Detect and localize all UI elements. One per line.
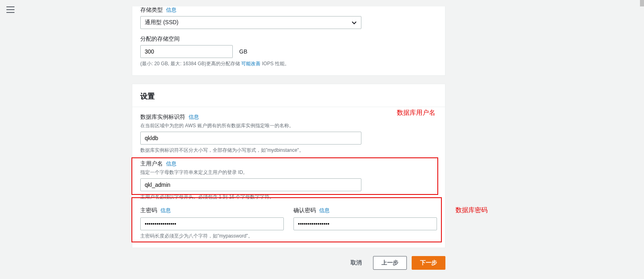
- master-password-info-link[interactable]: 信息: [160, 207, 171, 213]
- iops-improve-link[interactable]: 可能改善: [241, 61, 260, 66]
- master-username-help: 主用户名必须以字母开头。必须包含 1 到 16 个字母数字字符。: [140, 194, 437, 200]
- db-identifier-info-link[interactable]: 信息: [189, 114, 199, 120]
- storage-unit: GB: [239, 48, 247, 55]
- storage-panel: 存储类型 信息 通用型 (SSD) 分配的存储空间 GB: [132, 6, 445, 76]
- settings-panel: 设置 数据库实例标识符 信息 在当前区域中为您的 AWS 账户拥有的所有数据库实…: [132, 84, 445, 248]
- db-identifier-help: 数据库实例标识符不区分大小写，全部存储为小写形式，如"mydbinstance"…: [140, 147, 437, 154]
- confirm-password-info-link[interactable]: 信息: [319, 207, 330, 213]
- confirm-password-group: 确认密码 信息: [293, 207, 437, 230]
- select-value: 通用型 (SSD): [145, 19, 178, 26]
- storage-type-info-link[interactable]: 信息: [166, 7, 176, 13]
- settings-header: 设置: [132, 84, 445, 107]
- allocated-storage-label: 分配的存储空间: [140, 35, 437, 43]
- main-content: 存储类型 信息 通用型 (SSD) 分配的存储空间 GB: [132, 6, 445, 279]
- allocated-storage-group: 分配的存储空间 GB (最小: 20 GB, 最大: 16384 GB)更高的分…: [140, 35, 437, 67]
- db-identifier-input[interactable]: [140, 132, 361, 145]
- allocated-storage-help: (最小: 20 GB, 最大: 16384 GB)更高的分配存储 可能改善 IO…: [140, 60, 437, 67]
- label-text: 存储类型: [140, 6, 163, 13]
- db-identifier-label: 数据库实例标识符 信息: [140, 114, 437, 121]
- scrollbar[interactable]: [640, 0, 644, 6]
- confirm-password-input[interactable]: [293, 217, 437, 230]
- previous-button[interactable]: 上一步: [373, 256, 407, 270]
- master-password-label: 主密码 信息: [140, 207, 284, 214]
- password-help: 主密码长度必须至少为八个字符，如"mypassword"。: [140, 233, 437, 240]
- master-username-info-link[interactable]: 信息: [166, 161, 176, 167]
- master-username-input[interactable]: [140, 178, 361, 191]
- storage-type-select[interactable]: 通用型 (SSD): [140, 16, 361, 29]
- master-password-input[interactable]: [140, 217, 284, 230]
- annotation-password: 数据库密码: [455, 206, 488, 215]
- wizard-buttons: 取消 上一步 下一步: [132, 256, 445, 270]
- master-username-label: 主用户名 信息: [140, 160, 437, 167]
- db-identifier-group: 数据库实例标识符 信息 在当前区域中为您的 AWS 账户拥有的所有数据库实例指定…: [140, 114, 437, 154]
- master-username-group: 主用户名 信息 指定一个字母数字字符串来定义主用户的登录 ID。 主用户名必须以…: [140, 160, 437, 200]
- master-username-hint: 指定一个字母数字字符串来定义主用户的登录 ID。: [140, 169, 437, 176]
- password-row: 数据库密码 主密码 信息 确认密码 信息: [140, 207, 437, 240]
- storage-type-group: 存储类型 信息 通用型 (SSD): [140, 6, 437, 29]
- db-identifier-hint: 在当前区域中为您的 AWS 账户拥有的所有数据库实例指定唯一的名称。: [140, 122, 437, 129]
- allocated-storage-input[interactable]: [140, 45, 233, 58]
- cancel-button[interactable]: 取消: [344, 256, 368, 270]
- next-button[interactable]: 下一步: [412, 256, 445, 270]
- master-password-group: 主密码 信息: [140, 207, 284, 230]
- annotation-username: 数据库用户名: [397, 109, 435, 117]
- storage-type-label: 存储类型 信息: [140, 6, 437, 14]
- confirm-password-label: 确认密码 信息: [293, 207, 437, 214]
- hamburger-menu-icon[interactable]: [6, 6, 14, 13]
